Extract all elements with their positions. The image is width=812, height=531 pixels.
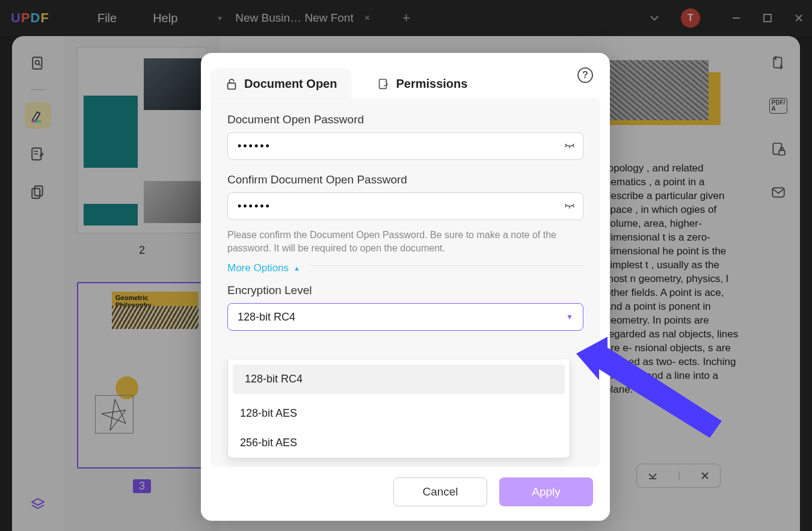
- left-sidebar: [12, 36, 64, 531]
- menu-help[interactable]: Help: [153, 11, 177, 25]
- thumbnail-label: 2: [139, 244, 145, 257]
- edit-page-icon[interactable]: [25, 141, 51, 167]
- svg-rect-5: [32, 120, 42, 123]
- copy-pages-icon[interactable]: [25, 179, 51, 206]
- svg-line-18: [565, 146, 567, 147]
- window-controls: T: [648, 0, 806, 36]
- thumb-pattern: [112, 306, 198, 329]
- select-value: 128-bit RC4: [238, 311, 295, 324]
- svg-rect-2: [32, 57, 42, 69]
- app-logo: UPDF: [11, 10, 49, 26]
- thumb-teal-card: [84, 96, 138, 168]
- tab-dropdown-icon[interactable]: ▾: [211, 10, 228, 26]
- cancel-button[interactable]: Cancel: [393, 477, 487, 506]
- more-options-label: More Options: [227, 262, 289, 274]
- dropdown-option[interactable]: 128-bit RC4: [233, 364, 565, 394]
- logo-letter: U: [11, 10, 21, 25]
- thumbnail-label-current: 3: [133, 479, 151, 493]
- reveal-password-icon[interactable]: [563, 140, 576, 153]
- title-bar: UPDF File Help ▾ New Busin… New Font × +…: [0, 0, 812, 36]
- svg-rect-9: [32, 189, 40, 198]
- thumb-image: [144, 58, 201, 110]
- thumb-image: [144, 181, 201, 223]
- dropdown-option[interactable]: 256-bit AES: [228, 428, 570, 458]
- encryption-level-label: Encryption Level: [227, 284, 583, 297]
- svg-line-21: [565, 206, 567, 207]
- password-input[interactable]: [227, 132, 583, 160]
- modal-tabs: ? Document Open Permissions: [201, 53, 610, 98]
- tab-label: Permissions: [396, 77, 467, 91]
- password-label: Document Open Password: [227, 113, 583, 126]
- confirm-password-label: Confirm Document Open Password: [227, 173, 583, 186]
- thumbnail-page-3[interactable]: Geometric Philosophy: [77, 282, 207, 468]
- close-window-icon[interactable]: [792, 11, 806, 25]
- svg-rect-10: [35, 186, 43, 195]
- logo-letter: D: [31, 10, 41, 25]
- right-sidebar: PDF/A: [757, 36, 800, 531]
- dropdown-option[interactable]: 128-bit AES: [228, 399, 570, 428]
- chevron-up-icon: ▲: [294, 265, 300, 272]
- thumb-heading: Geometric: [115, 294, 148, 301]
- layers-icon[interactable]: [25, 491, 51, 518]
- confirm-password-input[interactable]: [227, 192, 583, 220]
- password-modal: ? Document Open Permissions Document Ope…: [201, 53, 610, 521]
- tab-permissions[interactable]: Permissions: [362, 70, 482, 98]
- more-options-toggle[interactable]: More Options ▲: [227, 262, 300, 274]
- help-icon[interactable]: ?: [577, 67, 593, 83]
- chevron-down-icon: ▼: [566, 313, 573, 321]
- apply-button[interactable]: Apply: [499, 477, 593, 506]
- svg-rect-14: [779, 150, 785, 155]
- mail-icon[interactable]: [765, 179, 792, 206]
- logo-letter: P: [21, 10, 31, 25]
- svg-line-23: [573, 206, 574, 207]
- add-tab-button[interactable]: +: [402, 10, 410, 26]
- down-arrow-icon[interactable]: [647, 470, 658, 481]
- svg-line-20: [573, 146, 574, 147]
- encryption-dropdown: 128-bit RC4 128-bit AES 256-bit AES: [227, 360, 570, 458]
- window-dropdown-icon[interactable]: [648, 12, 660, 24]
- doc-body-text: topology , and related hematics , a poin…: [605, 161, 743, 396]
- tab-title: New Busin… New Font: [235, 11, 353, 25]
- thumbnail-page-2[interactable]: [77, 47, 207, 233]
- svg-rect-16: [228, 83, 236, 89]
- close-icon[interactable]: [700, 471, 710, 480]
- find-toolbar[interactable]: |: [636, 464, 721, 488]
- thumbnail-panel: 2 Geometric Philosophy 3: [64, 36, 220, 531]
- tab-close-icon[interactable]: ×: [364, 13, 370, 23]
- svg-line-4: [38, 64, 40, 66]
- modal-footer: Cancel Apply: [201, 467, 610, 521]
- maximize-icon[interactable]: [760, 11, 775, 25]
- thumb-teal-card: [84, 204, 138, 226]
- tab-label: Document Open: [244, 77, 337, 91]
- svg-rect-1: [764, 14, 771, 22]
- menu-file[interactable]: File: [97, 11, 117, 25]
- lock-page-icon[interactable]: [765, 136, 792, 162]
- highlighter-tool-icon[interactable]: [25, 102, 51, 129]
- rotate-page-icon[interactable]: [765, 49, 792, 76]
- divider: [31, 89, 45, 90]
- svg-rect-17: [380, 79, 387, 88]
- minimize-icon[interactable]: [729, 11, 743, 25]
- logo-letter: F: [40, 10, 49, 25]
- tab-document-open[interactable]: Document Open: [211, 70, 351, 98]
- document-tab[interactable]: ▾ New Busin… New Font ×: [203, 5, 378, 31]
- user-avatar[interactable]: T: [681, 8, 700, 28]
- pdfa-icon[interactable]: PDF/A: [765, 93, 792, 119]
- password-helper-text: Please confirm the Document Open Passwor…: [227, 229, 583, 255]
- divider: [309, 265, 583, 266]
- search-page-icon[interactable]: [25, 51, 51, 77]
- reveal-confirm-icon[interactable]: [563, 200, 576, 213]
- divider: |: [678, 470, 680, 481]
- thumb-box: [95, 395, 134, 434]
- encryption-level-select[interactable]: 128-bit RC4 ▼: [227, 303, 583, 331]
